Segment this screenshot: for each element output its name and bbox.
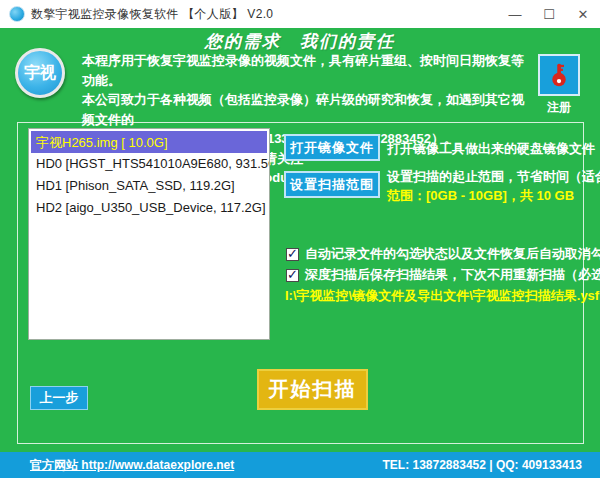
window-controls: — ☐ ✕ bbox=[498, 0, 600, 28]
register-key-icon bbox=[538, 54, 580, 96]
register-label: 注册 bbox=[536, 99, 582, 116]
description-line: 本程序用于恢复宇视监控录像的视频文件，具有碎片重组、按时间日期恢复等功能。 bbox=[82, 51, 527, 90]
app-icon bbox=[9, 6, 25, 22]
window-title: 数擎宇视监控录像恢复软件 【个人版】 V2.0 bbox=[31, 6, 273, 23]
official-website-link[interactable]: 官方网站 http://www.dataexplore.net bbox=[30, 457, 234, 474]
list-item-hd1[interactable]: HD1 [Phison_SATA_SSD, 119.2G] bbox=[31, 175, 267, 197]
set-scan-range-button[interactable]: 设置扫描范围 bbox=[284, 171, 380, 198]
maximize-button[interactable]: ☐ bbox=[532, 0, 566, 28]
save-scan-result-checkbox-row[interactable]: 深度扫描后保存扫描结果，下次不用重新扫描（必选） bbox=[286, 266, 600, 284]
list-item-image-file[interactable]: 宇视H265.img [ 10.0G] bbox=[31, 131, 267, 153]
close-button[interactable]: ✕ bbox=[566, 0, 600, 28]
title-bar: 数擎宇视监控录像恢复软件 【个人版】 V2.0 — ☐ ✕ bbox=[0, 0, 600, 28]
open-image-button[interactable]: 打开镜像文件 bbox=[284, 134, 380, 161]
slogan: 您的需求 我们的责任 bbox=[0, 30, 600, 53]
save-scan-result-checkbox-label: 深度扫描后保存扫描结果，下次不用重新扫描（必选） bbox=[305, 266, 600, 284]
brand-logo-text: 宇视 bbox=[24, 63, 56, 84]
start-scan-button[interactable]: 开始扫描 bbox=[257, 369, 368, 410]
auto-record-checkbox[interactable] bbox=[286, 248, 299, 261]
footer-contact-info: TEL: 13872883452 | QQ: 409133413 bbox=[383, 458, 583, 472]
auto-record-checkbox-label: 自动记录文件的勾选状态以及文件恢复后自动取消勾选状态 bbox=[305, 245, 600, 263]
auto-record-checkbox-row[interactable]: 自动记录文件的勾选状态以及文件恢复后自动取消勾选状态 bbox=[286, 245, 600, 263]
scan-range-value: 范围：[0GB - 10GB]，共 10 GB bbox=[387, 187, 574, 205]
main-body: 您的需求 我们的责任 宇视 本程序用于恢复宇视监控录像的视频文件，具有碎片重组、… bbox=[0, 28, 600, 452]
minimize-button[interactable]: — bbox=[498, 0, 532, 28]
scan-result-path: I:\宇视监控\镜像文件及导出文件\宇视监控扫描结果.ysfinfo bbox=[285, 287, 600, 305]
save-scan-result-checkbox[interactable] bbox=[286, 269, 299, 282]
brand-logo: 宇视 bbox=[15, 48, 65, 98]
device-list[interactable]: 宇视H265.img [ 10.0G] HD0 [HGST_HTS541010A… bbox=[28, 128, 270, 340]
back-button[interactable]: 上一步 bbox=[30, 386, 88, 410]
list-item-hd2[interactable]: HD2 [aigo_U350_USB_Device, 117.2G] bbox=[31, 197, 267, 219]
register-button[interactable]: 注册 bbox=[536, 54, 582, 116]
footer-bar: 官方网站 http://www.dataexplore.net TEL: 138… bbox=[0, 452, 600, 478]
scan-range-hint: 设置扫描的起止范围，节省时间（适合专业人员） bbox=[387, 168, 600, 186]
open-image-hint: 打开镜像工具做出来的硬盘镜像文件 bbox=[387, 140, 595, 158]
app-window: 数擎宇视监控录像恢复软件 【个人版】 V2.0 — ☐ ✕ 您的需求 我们的责任… bbox=[0, 0, 600, 478]
list-item-hd0[interactable]: HD0 [HGST_HTS541010A9E680, 931.5G] bbox=[31, 153, 267, 175]
